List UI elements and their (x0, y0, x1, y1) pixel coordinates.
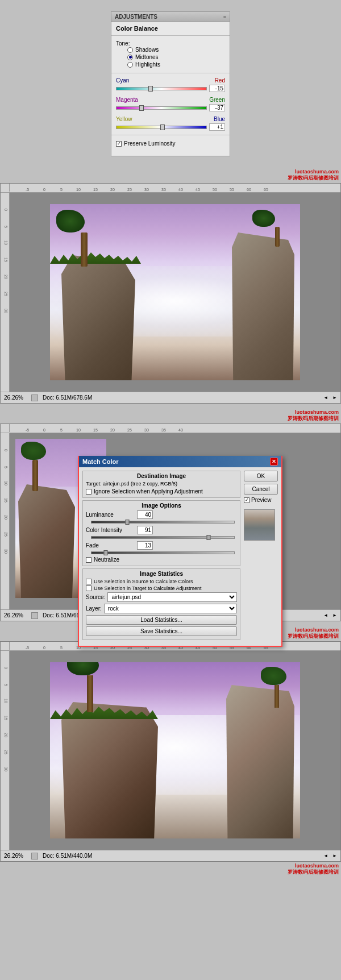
ruler-tick: 20 (104, 188, 121, 192)
ruler-v-tick: 20 (1, 503, 9, 520)
ruler-v-tick: 10 (1, 468, 9, 485)
save-statistics-button[interactable]: Save Statistics... (86, 626, 237, 636)
use-selection-target-checkbox[interactable] (86, 585, 92, 591)
yellow-blue-thumb[interactable] (160, 124, 165, 130)
ruler-tick: 10 (70, 188, 87, 192)
ruler-tick: -5 (19, 646, 36, 650)
luminance-input[interactable]: 40 (137, 510, 153, 519)
highlights-radio[interactable] (127, 62, 133, 68)
statusbar-1: 26.26% Doc: 6.51M/678.6M ◄ ► (1, 392, 340, 403)
ignore-selection-checkbox[interactable] (86, 489, 92, 495)
load-statistics-button[interactable]: Load Statistics... (86, 615, 237, 625)
cyan-red-thumb[interactable] (148, 86, 153, 92)
tree-trunk-right-1 (275, 227, 280, 247)
nav-arrow-4[interactable]: ► (332, 613, 337, 618)
nav-arrow-6[interactable]: ► (332, 853, 337, 858)
watermark-2: luotaoshuma.com 罗涛数码后期修图培训 (0, 408, 341, 423)
watermark-line2: 罗涛数码后期修图培训 (2, 175, 339, 182)
magenta-green-value[interactable]: -37 (209, 104, 225, 111)
ruler-v-tick: 15 (1, 245, 9, 262)
panel-divider (111, 35, 230, 36)
ruler-v-tick: 10 (1, 228, 9, 245)
rock-left-3 (61, 702, 158, 838)
fade-thumb[interactable] (104, 550, 108, 555)
cyan-red-track[interactable] (116, 87, 207, 90)
color-intensity-input[interactable]: 91 (137, 526, 153, 534)
blue-label: Blue (214, 116, 225, 122)
use-selection-source-checkbox[interactable] (86, 579, 92, 584)
fade-track[interactable] (91, 551, 235, 554)
target-label: Target: airtejun.psd (tree 2 copy, RGB/8… (86, 481, 237, 487)
ruler-tick: 40 (172, 428, 189, 432)
yellow-blue-value[interactable]: +1 (209, 123, 225, 131)
shadows-radio[interactable] (127, 47, 133, 53)
fade-input[interactable]: 13 (137, 541, 153, 550)
yellow-blue-track[interactable] (116, 126, 207, 129)
yellow-blue-row: Yellow Blue +1 (111, 114, 230, 133)
ruler-v-tick: 30 (1, 296, 9, 313)
rock-right-1 (232, 232, 294, 380)
gap-1 (0, 404, 341, 408)
statusbar-3: 26.26% Doc: 6.51M/440.0M ◄ ► (1, 850, 340, 861)
panel-header: ADJUSTMENTS ≡ (111, 12, 230, 22)
tone-highlights[interactable]: Highlights (127, 61, 225, 68)
luminance-row: Luminance 40 (86, 510, 237, 519)
ignore-selection-row: Ignore Selection when Applying Adjustmen… (86, 488, 237, 495)
watermark4-line2: 罗涛数码后期修图培训 (2, 869, 339, 876)
use-selection-source-row: Use Selection in Source to Calculate Col… (86, 579, 237, 584)
tree-trunk-3 (87, 675, 93, 712)
ignore-selection-label: Ignore Selection when Applying Adjustmen… (94, 488, 203, 495)
neutralize-checkbox[interactable] (86, 557, 92, 563)
match-color-dialog: Match Color ✕ Destination Image Target: … (78, 456, 282, 647)
tone-midtones[interactable]: Midtones (127, 54, 225, 60)
cancel-button[interactable]: Cancel (244, 484, 278, 495)
luminance-thumb[interactable] (125, 520, 129, 525)
dialog-main: Destination Image Target: airtejun.psd (… (82, 471, 240, 642)
canvas-image-1 (50, 204, 300, 380)
dialog-preview-image (244, 509, 275, 541)
tree-canopy-right-3 (261, 667, 286, 685)
ruler-tick: 0 (36, 428, 53, 432)
ps-window-1: -5 0 5 10 15 20 25 30 35 40 45 50 55 60 … (0, 183, 341, 404)
nav-arrow-5[interactable]: ◄ (323, 853, 328, 858)
color-intensity-track[interactable] (91, 536, 235, 539)
nav-arrow-1[interactable]: ◄ (323, 395, 328, 400)
color-intensity-thumb[interactable] (206, 535, 210, 540)
tone-shadows[interactable]: Shadows (127, 47, 225, 53)
panel-title: Color Balance (111, 22, 230, 34)
ok-button[interactable]: OK (244, 471, 278, 481)
tree-canopy-partial (21, 442, 46, 460)
color-intensity-slider-row (86, 536, 237, 541)
dialog-close-button[interactable]: ✕ (270, 458, 278, 466)
midtones-radio[interactable] (127, 55, 133, 60)
nav-arrow-3[interactable]: ◄ (323, 613, 328, 618)
ruler-v-tick: 0 (1, 652, 9, 669)
preserve-luminosity-checkbox[interactable]: ✓ (116, 141, 122, 147)
midtones-label: Midtones (135, 54, 159, 60)
canvas-area-1: 0 5 10 15 20 25 30 (1, 193, 340, 392)
ruler-tick: 15 (87, 188, 104, 192)
status-icon-3 (31, 853, 38, 859)
source-select[interactable]: airtejun.psd (107, 592, 237, 602)
fade-label: Fade (86, 542, 137, 549)
preview-checkbox[interactable]: ✓ (244, 497, 249, 503)
panel-menu-icon[interactable]: ≡ (223, 14, 226, 20)
magenta-green-track[interactable] (116, 106, 207, 110)
luminance-track[interactable] (91, 521, 235, 524)
status-icon-1 (31, 395, 38, 401)
nav-arrow-2[interactable]: ► (332, 395, 337, 400)
yellow-blue-labels: Yellow Blue (116, 116, 225, 122)
slider-divider-1 (111, 73, 230, 73)
cyan-red-value[interactable]: -15 (209, 85, 225, 92)
magenta-green-thumb[interactable] (139, 105, 144, 111)
dialog-buttons: OK Cancel ✓ Preview (244, 471, 278, 642)
source-label: Source: (86, 594, 105, 600)
destination-title: Destination Image (86, 473, 237, 479)
layer-select[interactable]: rock (104, 604, 237, 613)
ruler-vertical-2: 0 5 10 15 20 25 30 (1, 433, 10, 609)
canvas-1 (10, 193, 340, 392)
tree-right-1 (263, 210, 292, 250)
watermark2-line1: luotaoshuma.com (2, 409, 339, 415)
ruler-v-tick: 30 (1, 537, 9, 554)
adjustments-panel: ADJUSTMENTS ≡ Color Balance Tone: Shadow… (111, 11, 230, 156)
